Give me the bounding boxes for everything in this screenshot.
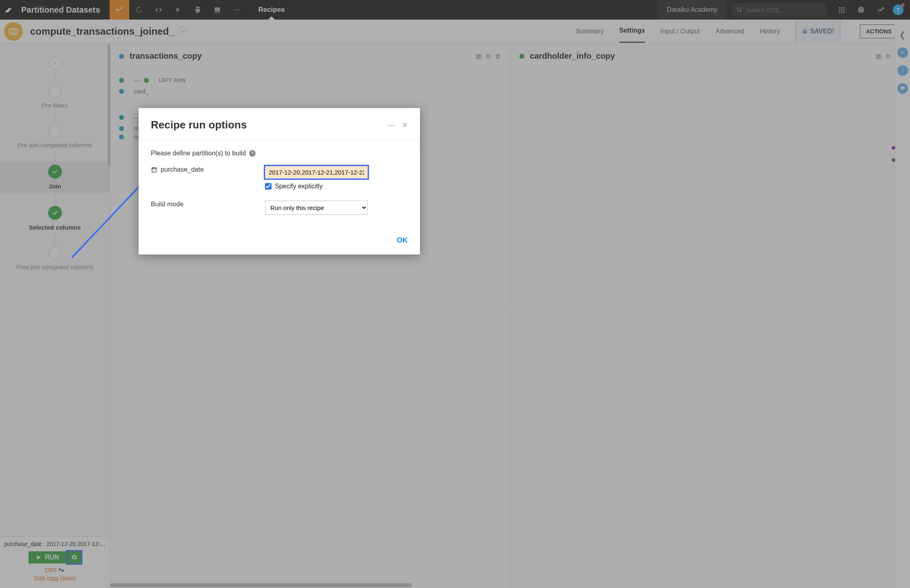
modal-title: Recipe run options xyxy=(151,119,381,131)
modal-hint: Please define partition(s) to build xyxy=(151,150,246,157)
specify-label: Specify explicitly xyxy=(275,183,322,190)
close-icon[interactable]: ✕ xyxy=(402,121,408,130)
run-options-modal: Recipe run options — ✕ Please define par… xyxy=(139,108,420,254)
specify-explicitly-checkbox[interactable]: Specify explicitly xyxy=(265,183,408,190)
specify-explicitly-input[interactable] xyxy=(265,183,272,190)
minimize-icon[interactable]: — xyxy=(388,121,395,129)
ok-button[interactable]: OK xyxy=(397,236,408,245)
calendar-icon xyxy=(151,166,157,173)
build-mode-select[interactable]: Run only this recipe xyxy=(265,201,368,215)
help-icon[interactable]: ? xyxy=(249,150,256,157)
partition-input[interactable] xyxy=(265,166,368,179)
modal-backdrop[interactable] xyxy=(0,0,910,588)
partition-label: purchase_date xyxy=(161,166,204,173)
build-mode-label: Build mode xyxy=(151,201,183,208)
